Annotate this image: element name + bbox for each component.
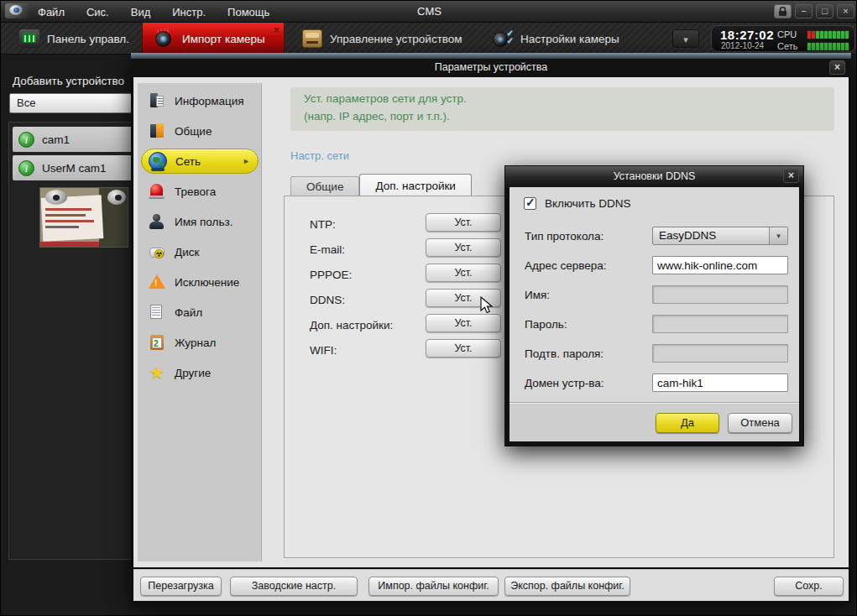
sidebar-item-information[interactable]: Информация — [141, 88, 259, 113]
info-icon — [148, 91, 166, 110]
wifi-set-button[interactable]: Уст. — [426, 339, 501, 358]
lock-button[interactable] — [774, 4, 792, 18]
device-list-item[interactable]: i cam1 — [13, 127, 140, 152]
sidebar-item-file[interactable]: Файл — [141, 300, 259, 325]
ok-button[interactable]: Да — [656, 413, 719, 433]
device-dialog-footer: Перезагрузка Заводские настр. Импор. фай… — [133, 569, 849, 601]
cpu-meter — [807, 31, 849, 39]
network-meter — [807, 43, 849, 50]
camera-settings-icon: ✓✓ — [493, 29, 513, 48]
ddns-dialog-title: Установки DDNS — [505, 166, 803, 186]
menu-bar: Файл Сис. Вид Инстр. Помощь CMS − □ × — [1, 1, 857, 23]
ddns-dialog-body: ✓ Включить DDNS Тип протокола: EasyDDNS … — [509, 187, 799, 402]
device-list-item[interactable]: i UserM cam1 — [13, 155, 140, 180]
tab-control-panel[interactable]: Панель управл. — [8, 23, 141, 55]
password-field — [652, 315, 788, 333]
save-button[interactable]: Сохр. — [774, 577, 844, 596]
sidebar-item-others[interactable]: ★ Другие — [141, 360, 259, 385]
ddns-dialog-titlebar[interactable]: Установки DDNS × — [505, 166, 803, 187]
tab-label: Управление устройством — [330, 33, 462, 45]
camera-preview-thumbnail[interactable] — [40, 188, 128, 247]
server-address-input[interactable] — [652, 256, 788, 274]
info-line-2: (напр. IP адрес, порт и т.п.). — [304, 110, 834, 123]
sidebar-label: Имя польз. — [175, 216, 233, 228]
ddns-dialog-close-icon[interactable]: × — [783, 169, 799, 183]
status-panel: 18:27:02 2012-10-24 CPU Сеть — [711, 25, 855, 52]
menu-file[interactable]: Файл — [38, 6, 65, 18]
others-icon: ★ — [148, 363, 166, 382]
device-dialog-close-icon[interactable]: × — [829, 60, 845, 75]
tab-close-icon[interactable]: × — [274, 24, 280, 36]
name-field — [652, 285, 788, 304]
sidebar-label: Журнал — [175, 337, 216, 349]
device-dialog-titlebar[interactable]: Параметры устройства × — [131, 59, 851, 77]
clock-date: 2012-10-24 — [721, 41, 764, 50]
menu-help[interactable]: Помощь — [227, 6, 269, 18]
maximize-button[interactable]: □ — [816, 4, 833, 18]
network-icon — [149, 152, 167, 170]
sidebar-item-alarm[interactable]: Тревога — [141, 179, 259, 204]
general-icon — [148, 122, 166, 140]
export-config-button[interactable]: Экспор. файлы конфиг. — [504, 577, 630, 596]
sidebar-item-username[interactable]: Имя польз. — [141, 209, 259, 234]
advanced-set-button[interactable]: Уст. — [426, 314, 501, 332]
ddns-label: DDNS: — [310, 294, 345, 306]
import-config-button[interactable]: Импор. файлы конфиг. — [368, 577, 499, 596]
confirm-password-input — [652, 344, 788, 363]
protocol-type-value: EasyDDNS — [659, 229, 716, 242]
tab-device-management[interactable]: Управление устройством — [290, 23, 474, 55]
ntp-label: NTP: — [310, 218, 336, 231]
ntp-set-button[interactable]: Уст. — [426, 213, 501, 232]
email-label: E-mail: — [310, 243, 345, 256]
tab-camera-import[interactable]: Импорт камеры × — [142, 23, 285, 55]
control-panel-icon — [19, 29, 39, 48]
tab-general[interactable]: Общие — [290, 176, 359, 196]
cancel-button[interactable]: Отмена — [728, 413, 792, 433]
chevron-down-icon[interactable]: ▾ — [769, 227, 787, 244]
info-line-1: Уст. параметров сети для устр. — [304, 92, 834, 105]
enable-ddns-checkbox[interactable]: ✓ — [524, 197, 536, 210]
sidebar-item-disk[interactable]: ☢ Диск — [141, 239, 259, 264]
tab-label: Панель управл. — [47, 33, 129, 45]
sidebar-label: Сеть — [175, 155, 201, 168]
selected-arrow-icon: ► — [243, 157, 250, 165]
email-set-button[interactable]: Уст. — [426, 238, 501, 257]
sidebar-item-network[interactable]: Сеть ► — [141, 149, 259, 174]
sidebar-item-exception[interactable]: ! Исключение — [141, 269, 259, 295]
menu-system[interactable]: Сис. — [86, 6, 109, 18]
confirm-password-label: Подтв. пароля: — [525, 347, 604, 360]
tab-camera-settings[interactable]: ✓✓ Настройки камеры — [481, 23, 631, 55]
sidebar-label: Исключение — [175, 276, 239, 289]
tab-label: Импорт камеры — [182, 33, 265, 45]
more-tabs-caret[interactable]: ▾ — [672, 29, 699, 48]
server-address-field[interactable] — [652, 256, 788, 274]
device-domain-input[interactable] — [652, 373, 788, 392]
pppoe-set-button[interactable]: Уст. — [426, 264, 501, 282]
cpu-label: CPU — [777, 29, 802, 39]
minimize-button[interactable]: − — [795, 4, 813, 18]
menu-view[interactable]: Вид — [131, 6, 151, 18]
reboot-button[interactable]: Перезагрузка — [140, 577, 222, 596]
sidebar-item-general[interactable]: Общие — [141, 118, 259, 144]
sidebar-item-log[interactable]: 2 Журнал — [141, 330, 259, 355]
ddns-dialog-footer: Да Отмена — [509, 402, 799, 441]
device-filter-dropdown[interactable]: Все — [9, 93, 132, 113]
advanced-label: Доп. настройки: — [310, 319, 393, 331]
exception-icon: ! — [148, 273, 166, 291]
clock-time: 18:27:02 — [720, 28, 774, 42]
info-badge-icon: i — [18, 160, 34, 176]
device-name: cam1 — [42, 133, 70, 146]
taskbar: Панель управл. Импорт камеры × Управлени… — [1, 23, 857, 55]
network-settings-link[interactable]: Настр. сети — [290, 149, 349, 162]
device-name: UserM cam1 — [42, 162, 107, 175]
tab-advanced-settings[interactable]: Доп. настройки — [359, 174, 472, 196]
protocol-type-select[interactable]: EasyDDNS ▾ — [652, 227, 788, 245]
close-button[interactable]: × — [837, 4, 854, 18]
network-label: Сеть — [777, 41, 802, 51]
menu-tools[interactable]: Инстр. — [172, 6, 206, 18]
enable-ddns-label: Включить DDNS — [545, 197, 631, 210]
device-domain-field[interactable] — [652, 373, 788, 392]
factory-defaults-button[interactable]: Заводские настр. — [230, 577, 358, 596]
password-label: Пароль: — [525, 318, 567, 331]
log-icon: 2 — [148, 333, 166, 352]
